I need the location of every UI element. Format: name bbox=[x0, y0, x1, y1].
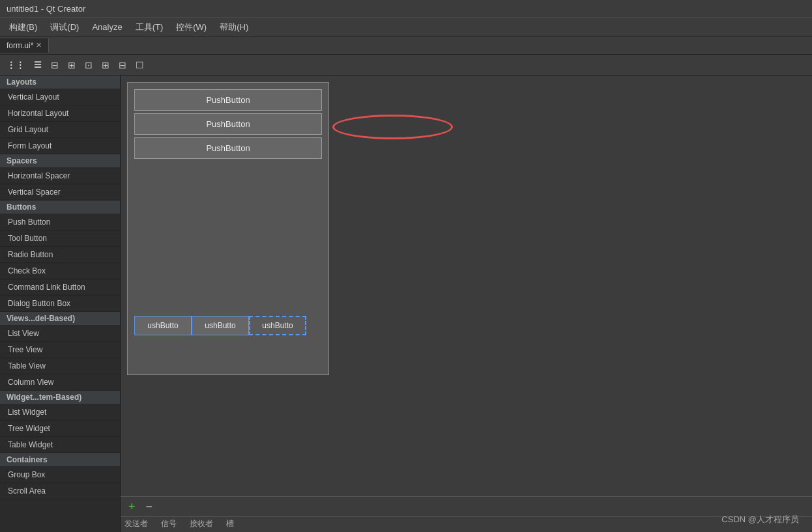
horizontal-layout-group: ushButto ushButto ushButto bbox=[134, 316, 306, 335]
layout-grid-icon[interactable]: ⊡ bbox=[81, 57, 96, 73]
layout-break-icon[interactable]: ⊟ bbox=[115, 57, 130, 73]
watermark: CSDN @人才程序员 bbox=[721, 514, 799, 525]
col-receiver: 接收者 bbox=[190, 518, 213, 529]
layout-form-icon[interactable]: ⊞ bbox=[98, 57, 113, 73]
close-icon[interactable]: ✕ bbox=[36, 41, 42, 49]
tab-form-ui[interactable]: form.ui* ✕ bbox=[0, 38, 49, 53]
sidebar-item-column-view[interactable]: Column View bbox=[0, 374, 120, 391]
section-widget-item: Widget...tem-Based) bbox=[0, 391, 120, 404]
sidebar-item-group-box[interactable]: Group Box bbox=[0, 467, 120, 483]
sidebar-item-dialog-button[interactable]: Dialog Button Box bbox=[0, 296, 120, 312]
design-canvas: PushButton PushButton PushButton ushButt… bbox=[127, 82, 329, 375]
sidebar-item-list-widget[interactable]: List Widget bbox=[0, 404, 120, 421]
vertical-layout-group: PushButton PushButton PushButton bbox=[128, 83, 328, 165]
tab-bar: form.ui* ✕ bbox=[0, 36, 812, 55]
sidebar-item-check-box[interactable]: Check Box bbox=[0, 263, 120, 279]
menu-build[interactable]: 构建(B) bbox=[3, 19, 44, 36]
tab-label: form.ui* bbox=[7, 41, 33, 50]
menu-analyze[interactable]: Analyze bbox=[85, 20, 128, 35]
sidebar-item-horizontal-spacer[interactable]: Horizontal Spacer bbox=[0, 168, 120, 184]
title-text: untitled1 - Qt Creator bbox=[7, 4, 85, 14]
layout-h-icon[interactable]: ☰ bbox=[30, 57, 46, 73]
menu-tools[interactable]: 工具(T) bbox=[129, 19, 170, 36]
sidebar-item-scroll-area[interactable]: Scroll Area bbox=[0, 483, 120, 499]
red-circle-highlight bbox=[332, 115, 453, 139]
layout-v-icon[interactable]: ⋮⋮ bbox=[3, 57, 29, 73]
remove-signal-button[interactable]: − bbox=[142, 499, 157, 514]
bottom-bar: + − 发送者 信号 接收者 槽 bbox=[121, 496, 812, 532]
section-views: Views...del-Based) bbox=[0, 312, 120, 326]
push-button-h-3[interactable]: ushButto bbox=[249, 316, 306, 335]
bottom-toolbar: + − bbox=[121, 497, 812, 517]
layout-hf-icon[interactable]: ⊟ bbox=[47, 57, 63, 73]
sidebar-item-grid-layout[interactable]: Grid Layout bbox=[0, 122, 120, 138]
sidebar-item-command-link[interactable]: Command Link Button bbox=[0, 279, 120, 296]
menu-debug[interactable]: 调试(D) bbox=[44, 19, 85, 36]
sidebar-item-vertical-layout[interactable]: Vertical Layout bbox=[0, 89, 120, 105]
sidebar-item-table-view[interactable]: Table View bbox=[0, 358, 120, 374]
sidebar-item-tree-widget[interactable]: Tree Widget bbox=[0, 421, 120, 437]
sidebar-item-push-button[interactable]: Push Button bbox=[0, 214, 120, 231]
push-button-2[interactable]: PushButton bbox=[134, 113, 322, 135]
layout-adjust-icon[interactable]: ☐ bbox=[132, 57, 148, 73]
sidebar-item-form-layout[interactable]: Form Layout bbox=[0, 138, 120, 154]
sidebar-item-tree-view[interactable]: Tree View bbox=[0, 342, 120, 358]
sidebar-item-radio-button[interactable]: Radio Button bbox=[0, 247, 120, 263]
sidebar-item-tool-button[interactable]: Tool Button bbox=[0, 231, 120, 247]
sidebar-item-table-widget[interactable]: Table Widget bbox=[0, 437, 120, 453]
menu-bar: 构建(B) 调试(D) Analyze 工具(T) 控件(W) 帮助(H) bbox=[0, 18, 812, 36]
section-spacers: Spacers bbox=[0, 154, 120, 168]
layout-vf-icon[interactable]: ⊞ bbox=[64, 57, 80, 73]
main-layout: Layouts Vertical Layout Horizontal Layou… bbox=[0, 76, 812, 532]
push-button-1[interactable]: PushButton bbox=[134, 89, 322, 111]
sidebar-item-horizontal-layout[interactable]: Horizontal Layout bbox=[0, 105, 120, 122]
table-header: 发送者 信号 接收者 槽 bbox=[121, 517, 812, 531]
sidebar: Layouts Vertical Layout Horizontal Layou… bbox=[0, 76, 121, 532]
section-buttons: Buttons bbox=[0, 201, 120, 214]
add-signal-button[interactable]: + bbox=[124, 499, 139, 514]
col-slot: 槽 bbox=[226, 518, 234, 529]
toolbar: ⋮⋮ ☰ ⊟ ⊞ ⊡ ⊞ ⊟ ☐ bbox=[0, 55, 812, 76]
section-layouts: Layouts bbox=[0, 76, 120, 89]
push-button-h-2[interactable]: ushButto bbox=[192, 316, 249, 335]
col-signal: 信号 bbox=[161, 518, 177, 529]
section-containers: Containers bbox=[0, 453, 120, 467]
canvas-area: PushButton PushButton PushButton ushButt… bbox=[121, 76, 812, 532]
col-sender: 发送者 bbox=[124, 518, 148, 529]
push-button-h-1[interactable]: ushButto bbox=[134, 316, 192, 335]
title-bar: untitled1 - Qt Creator bbox=[0, 0, 812, 18]
sidebar-item-vertical-spacer[interactable]: Vertical Spacer bbox=[0, 184, 120, 201]
push-button-3[interactable]: PushButton bbox=[134, 137, 322, 159]
menu-widgets[interactable]: 控件(W) bbox=[169, 19, 213, 36]
menu-help[interactable]: 帮助(H) bbox=[213, 19, 255, 36]
sidebar-item-list-view[interactable]: List View bbox=[0, 326, 120, 342]
